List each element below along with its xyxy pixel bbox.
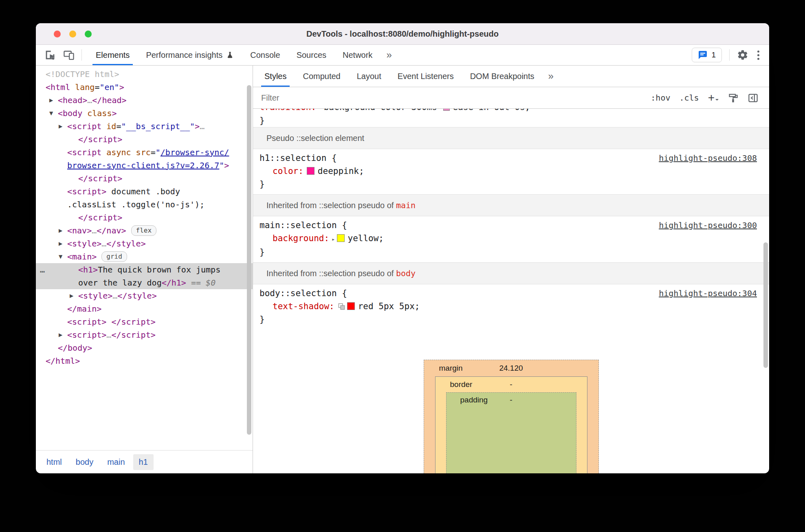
- rule-selector[interactable]: main::selection {: [260, 219, 347, 232]
- layout-badge-grid[interactable]: grid: [101, 251, 127, 262]
- tree-row[interactable]: </body>: [36, 341, 253, 354]
- tab-elements[interactable]: Elements: [88, 45, 138, 65]
- collapsed-arrow-icon[interactable]: ▶: [59, 224, 62, 237]
- new-style-rule-button[interactable]: +: [708, 92, 719, 103]
- styles-rules-pane: transition: background-color 300ms ease-…: [253, 109, 769, 473]
- tree-row[interactable]: ▼<body class>: [36, 107, 253, 120]
- tree-row[interactable]: <script> document .body: [36, 185, 253, 198]
- styles-more-tabs-button[interactable]: »: [543, 66, 559, 87]
- color-swatch[interactable]: [337, 234, 345, 242]
- property-value: yellow;: [348, 233, 384, 243]
- box-model-border[interactable]: - border - padding: [435, 376, 587, 473]
- tab-sources[interactable]: Sources: [288, 45, 334, 65]
- tab-network[interactable]: Network: [334, 45, 381, 65]
- row-menu-dots[interactable]: …: [40, 263, 46, 276]
- tree-row[interactable]: ▼<main>grid: [36, 250, 253, 263]
- tree-row[interactable]: </html>: [36, 354, 253, 367]
- source-link[interactable]: highlight-pseudo:308: [659, 152, 757, 165]
- breadcrumb-item-main[interactable]: main: [101, 454, 130, 470]
- tree-row[interactable]: ▶<script>…</script>: [36, 328, 253, 341]
- tab-performance-insights[interactable]: Performance insights: [138, 45, 242, 65]
- style-declaration[interactable]: color:deeppink;: [253, 165, 769, 178]
- style-declaration[interactable]: background:▸yellow;: [253, 232, 769, 246]
- box-model-margin[interactable]: 24.120 margin - border - paddi: [424, 360, 599, 473]
- tree-row[interactable]: <html lang="en">: [36, 81, 253, 94]
- tree-row[interactable]: <script> </script>: [36, 315, 253, 328]
- border-label: border: [446, 378, 473, 391]
- collapsed-arrow-icon[interactable]: ▶: [49, 94, 53, 107]
- issues-chip[interactable]: 1: [692, 48, 722, 62]
- kebab-menu-icon[interactable]: [756, 49, 761, 62]
- collapsed-arrow-icon[interactable]: ▶: [70, 289, 73, 302]
- breadcrumb-item-body[interactable]: body: [70, 454, 99, 470]
- sidebar-toggle-icon[interactable]: [748, 92, 759, 103]
- tree-row[interactable]: </main>: [36, 302, 253, 315]
- styles-filter-input[interactable]: [260, 93, 642, 103]
- tab-label: Sources: [297, 51, 326, 60]
- tree-row[interactable]: ▶<script id="__bs_script__">…: [36, 120, 253, 133]
- tree-row[interactable]: ▶<nav>…</nav>flex: [36, 224, 253, 237]
- inherited-node-link[interactable]: body: [396, 268, 416, 278]
- breadcrumb-item-html[interactable]: html: [41, 454, 68, 470]
- color-swatch[interactable]: [307, 167, 315, 175]
- collapsed-arrow-icon[interactable]: ▶: [59, 328, 62, 341]
- paint-roller-icon[interactable]: [728, 92, 739, 103]
- source-link[interactable]: highlight-pseudo:300: [659, 219, 757, 232]
- tree-row[interactable]: ▶<head>…</head>: [36, 94, 253, 107]
- collapsed-arrow-icon[interactable]: ▶: [59, 120, 62, 133]
- rule-selector[interactable]: body::selection {: [260, 287, 347, 300]
- tab-label: DOM Breakpoints: [470, 72, 534, 81]
- expanded-arrow-icon[interactable]: ▼: [59, 250, 62, 263]
- source-link[interactable]: highlight-pseudo:304: [659, 287, 757, 300]
- tree-row[interactable]: </script>: [36, 172, 253, 185]
- tab-console[interactable]: Console: [242, 45, 288, 65]
- tab-layout[interactable]: Layout: [349, 66, 389, 87]
- box-model-diagram[interactable]: 24.120 margin - border - paddi: [424, 360, 599, 473]
- collapsed-arrow-icon[interactable]: ▶: [59, 237, 62, 250]
- elements-vertical-scrollbar[interactable]: [247, 85, 251, 435]
- rule-selector[interactable]: h1::selection {: [260, 152, 337, 165]
- expanded-arrow-icon[interactable]: ▼: [49, 107, 53, 120]
- tree-row[interactable]: …<h1>The quick brown fox jumps: [36, 263, 253, 276]
- style-rule: body::selection {highlight-pseudo:304tex…: [253, 284, 769, 330]
- tree-row[interactable]: </script>: [36, 133, 253, 146]
- tree-row[interactable]: over the lazy dog</h1> == $0: [36, 276, 253, 289]
- inherited-node-link[interactable]: main: [396, 200, 416, 210]
- tree-row[interactable]: ▶<style>…</style>: [36, 237, 253, 250]
- box-model-padding[interactable]: - padding: [446, 392, 576, 473]
- tab-dom-breakpoints[interactable]: DOM Breakpoints: [462, 66, 543, 87]
- tab-label: Event Listeners: [398, 72, 454, 81]
- tab-styles[interactable]: Styles: [256, 66, 295, 87]
- margin-label: margin: [435, 362, 463, 375]
- element-classes-button[interactable]: .cls: [679, 93, 699, 103]
- color-swatch[interactable]: [443, 109, 450, 111]
- zoom-button[interactable]: [85, 31, 92, 37]
- devtools-window: DevTools - localhost:8080/demo/highlight…: [36, 23, 769, 473]
- color-swatch[interactable]: [347, 302, 355, 310]
- style-declaration[interactable]: text-shadow:red 5px 5px;: [253, 300, 769, 313]
- close-button[interactable]: [54, 31, 61, 37]
- tree-row[interactable]: browser-sync-client.js?v=2.26.7">: [36, 159, 253, 172]
- minimize-button[interactable]: [69, 31, 76, 37]
- tree-row[interactable]: <!DOCTYPE html>: [36, 68, 253, 81]
- breadcrumb-item-h1[interactable]: h1: [133, 454, 154, 470]
- tree-row[interactable]: </script>: [36, 211, 253, 224]
- property-value: deeppink;: [318, 166, 364, 176]
- tab-event-listeners[interactable]: Event Listeners: [389, 66, 462, 87]
- styles-vertical-scrollbar[interactable]: [763, 242, 768, 368]
- main-tabs: ElementsPerformance insightsConsoleSourc…: [88, 45, 381, 65]
- property-name: background:: [273, 233, 329, 243]
- tree-row[interactable]: .classList .toggle('no-js');: [36, 198, 253, 211]
- shadow-editor-icon: [338, 303, 345, 310]
- inspect-element-icon[interactable]: [44, 49, 56, 61]
- tab-computed[interactable]: Computed: [295, 66, 348, 87]
- expand-shorthand-icon[interactable]: ▸: [332, 236, 335, 242]
- settings-gear-icon[interactable]: [737, 49, 748, 61]
- device-toolbar-icon[interactable]: [63, 49, 75, 61]
- tab-label: Layout: [357, 72, 381, 81]
- toggle-element-state-button[interactable]: :hov: [651, 93, 670, 103]
- tree-row[interactable]: <script async src="/browser-sync/: [36, 146, 253, 159]
- more-tabs-button[interactable]: »: [381, 45, 397, 65]
- tree-row[interactable]: ▶<style>…</style>: [36, 289, 253, 302]
- layout-badge-flex[interactable]: flex: [131, 225, 157, 236]
